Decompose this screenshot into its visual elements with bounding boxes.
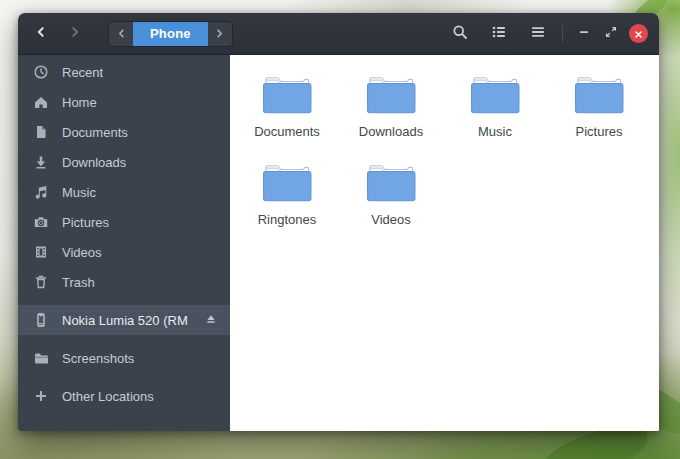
current-location-label: Phone: [150, 26, 191, 41]
folder-label: Pictures: [576, 124, 623, 139]
pathbar-scroll-right-button[interactable]: [208, 22, 232, 46]
restore-icon: [604, 25, 618, 43]
restore-button[interactable]: [597, 20, 624, 48]
minimize-icon: [577, 25, 591, 43]
folder-videos[interactable]: Videos: [339, 157, 443, 245]
search-button[interactable]: [440, 19, 479, 49]
folder-large-icon: [258, 159, 316, 209]
sidebar-item-label: Pictures: [62, 215, 109, 230]
forward-button[interactable]: [61, 20, 89, 48]
close-icon: [634, 25, 643, 43]
folder-label: Music: [478, 124, 512, 139]
window-body: RecentHomeDocumentsDownloadsMusicPicture…: [18, 55, 659, 431]
sidebar-item-trash[interactable]: Trash: [18, 267, 230, 297]
phone-icon: [33, 312, 49, 328]
music-note-icon: [33, 184, 49, 200]
sidebar-item-label: Other Locations: [62, 389, 154, 404]
sidebar: RecentHomeDocumentsDownloadsMusicPicture…: [18, 55, 230, 431]
sidebar-item-videos[interactable]: Videos: [18, 237, 230, 267]
trash-icon: [33, 274, 49, 290]
sidebar-item-home[interactable]: Home: [18, 87, 230, 117]
folder-icon: [33, 350, 49, 366]
search-icon: [452, 24, 468, 44]
sidebar-item-label: Music: [62, 185, 96, 200]
menu-button[interactable]: [518, 19, 557, 49]
menu-icon: [530, 24, 546, 44]
document-icon: [33, 124, 49, 140]
pathbar-scroll-left-button[interactable]: [109, 22, 133, 46]
sidebar-item-label: Screenshots: [62, 351, 134, 366]
sidebar-item-label: Documents: [62, 125, 128, 140]
sidebar-item-label: Nokia Lumia 520 (RM …: [62, 313, 191, 328]
minimize-button[interactable]: [570, 20, 597, 48]
camera-icon: [33, 214, 49, 230]
pathbar: Phone: [108, 21, 233, 47]
folder-ringtones[interactable]: Ringtones: [235, 157, 339, 245]
download-icon: [33, 154, 49, 170]
folder-grid: DocumentsDownloadsMusicPicturesRingtones…: [235, 69, 659, 245]
folder-label: Downloads: [359, 124, 423, 139]
sidebar-item-label: Videos: [62, 245, 102, 260]
eject-icon[interactable]: [204, 312, 218, 328]
close-button[interactable]: [629, 24, 648, 43]
sidebar-item-screenshots[interactable]: Screenshots: [18, 343, 230, 373]
folder-downloads[interactable]: Downloads: [339, 69, 443, 157]
chevron-left-icon: [34, 25, 48, 43]
folder-large-icon: [570, 71, 628, 121]
sidebar-item-recent[interactable]: Recent: [18, 57, 230, 87]
folder-pictures[interactable]: Pictures: [547, 69, 651, 157]
sidebar-item-music[interactable]: Music: [18, 177, 230, 207]
sidebar-item-label: Home: [62, 95, 97, 110]
sidebar-item-label: Recent: [62, 65, 103, 80]
folder-large-icon: [466, 71, 524, 121]
folder-label: Documents: [254, 124, 320, 139]
home-icon: [33, 94, 49, 110]
clock-icon: [33, 64, 49, 80]
headerbar-separator: [562, 25, 563, 42]
film-icon: [33, 244, 49, 260]
content-area: DocumentsDownloadsMusicPicturesRingtones…: [230, 55, 659, 431]
sidebar-item-nokia-lumia-520-rm[interactable]: Nokia Lumia 520 (RM …: [18, 305, 230, 335]
folder-label: Ringtones: [258, 212, 317, 227]
folder-large-icon: [362, 71, 420, 121]
file-manager-window: Phone RecentHomeDocumentsDownloadsMusicP…: [18, 13, 659, 431]
chevron-right-icon: [214, 25, 225, 43]
sidebar-item-downloads[interactable]: Downloads: [18, 147, 230, 177]
sidebar-item-other-locations[interactable]: Other Locations: [18, 381, 230, 411]
chevron-left-icon: [116, 25, 127, 43]
pathbar-current-location-button[interactable]: Phone: [133, 22, 208, 46]
sidebar-item-label: Downloads: [62, 155, 126, 170]
headerbar: Phone: [18, 13, 659, 55]
sidebar-item-documents[interactable]: Documents: [18, 117, 230, 147]
folder-documents[interactable]: Documents: [235, 69, 339, 157]
folder-large-icon: [258, 71, 316, 121]
folder-large-icon: [362, 159, 420, 209]
plus-icon: [33, 388, 49, 404]
sidebar-item-label: Trash: [62, 275, 95, 290]
sidebar-item-pictures[interactable]: Pictures: [18, 207, 230, 237]
folder-music[interactable]: Music: [443, 69, 547, 157]
list-view-icon: [491, 24, 507, 44]
chevron-right-icon: [68, 25, 82, 43]
folder-label: Videos: [371, 212, 411, 227]
back-button[interactable]: [27, 20, 55, 48]
view-list-button[interactable]: [479, 19, 518, 49]
